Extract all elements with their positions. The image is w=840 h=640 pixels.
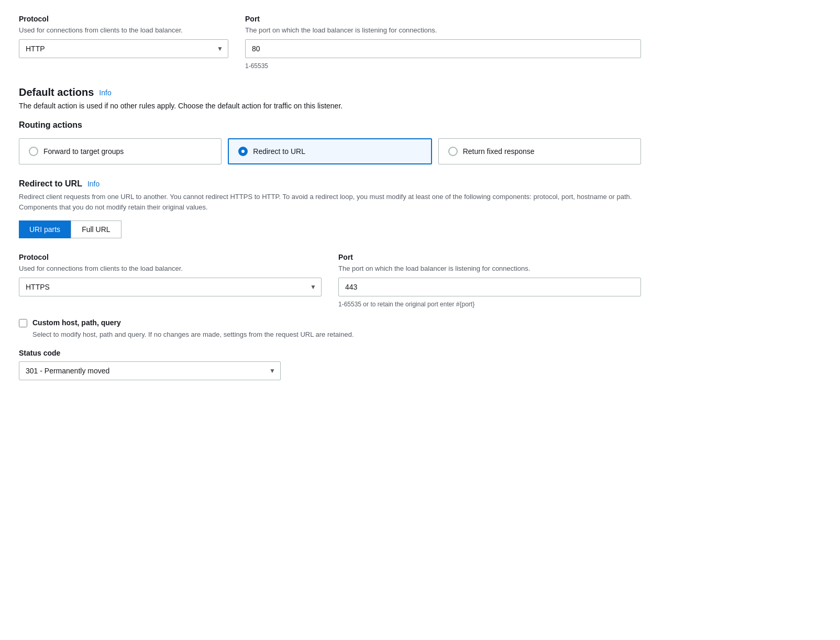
status-code-label: Status code [19, 349, 641, 357]
protocol-redirect-description: Used for connections from clients to the… [19, 264, 322, 272]
action-forward-label: Forward to target groups [43, 147, 124, 156]
action-fixed-label: Return fixed response [463, 147, 535, 156]
redirect-section-header: Redirect to URL Info [19, 179, 641, 189]
tab-uri-parts[interactable]: URI parts [19, 220, 71, 238]
action-forward[interactable]: Forward to target groups [19, 138, 222, 164]
top-protocol-port-row: Protocol Used for connections from clien… [19, 15, 641, 70]
redirect-section-desc: Redirect client requests from one URL to… [19, 192, 641, 212]
default-actions-info-link[interactable]: Info [99, 89, 111, 97]
port-top-hint: 1-65535 [245, 62, 641, 70]
default-actions-section: Default actions Info The default action … [19, 86, 641, 164]
protocol-top-select[interactable]: HTTP HTTPS [19, 39, 228, 58]
routing-actions-title: Routing actions [19, 120, 641, 130]
port-redirect-input[interactable] [338, 278, 641, 296]
protocol-redirect-label: Protocol [19, 253, 322, 261]
radio-fixed-icon [448, 147, 458, 156]
protocol-redirect-select-wrapper: HTTP HTTPS ▼ [19, 278, 322, 296]
status-code-select[interactable]: 301 - Permanently moved 302 - Found [19, 361, 281, 380]
protocol-redirect-select[interactable]: HTTP HTTPS [19, 278, 322, 296]
redirect-tab-group: URI parts Full URL [19, 220, 641, 238]
action-redirect[interactable]: Redirect to URL [228, 138, 432, 164]
port-top-input[interactable] [245, 39, 641, 58]
protocol-top-group: Protocol Used for connections from clien… [19, 15, 228, 70]
radio-forward-icon [29, 147, 38, 156]
default-actions-title: Default actions [19, 86, 94, 98]
custom-host-description: Select to modify host, path and query. I… [32, 330, 641, 338]
status-code-select-wrapper: 301 - Permanently moved 302 - Found ▼ [19, 361, 281, 380]
action-redirect-label: Redirect to URL [253, 147, 305, 156]
protocol-top-label: Protocol [19, 15, 228, 23]
protocol-redirect-group: Protocol Used for connections from clien… [19, 253, 322, 308]
port-top-group: Port The port on which the load balancer… [245, 15, 641, 70]
protocol-top-select-wrapper: HTTP HTTPS ▼ [19, 39, 228, 58]
tab-full-url[interactable]: Full URL [71, 220, 121, 238]
custom-host-row: Custom host, path, query [19, 318, 641, 327]
redirect-info-link[interactable]: Info [87, 180, 100, 188]
protocol-top-description: Used for connections from clients to the… [19, 26, 228, 34]
custom-host-group: Custom host, path, query Select to modif… [19, 318, 641, 338]
redirect-protocol-port-row: Protocol Used for connections from clien… [19, 253, 641, 308]
status-code-section: Status code 301 - Permanently moved 302 … [19, 349, 641, 380]
port-redirect-description: The port on which the load balancer is l… [338, 264, 641, 272]
redirect-section: Redirect to URL Info Redirect client req… [19, 179, 641, 238]
redirect-section-title: Redirect to URL [19, 179, 82, 189]
custom-host-checkbox[interactable] [19, 319, 27, 327]
default-actions-header: Default actions Info [19, 86, 641, 98]
port-top-description: The port on which the load balancer is l… [245, 26, 641, 34]
default-actions-description: The default action is used if no other r… [19, 102, 641, 110]
radio-redirect-icon [238, 147, 248, 156]
port-redirect-hint: 1-65535 or to retain the original port e… [338, 301, 641, 308]
custom-host-label: Custom host, path, query [32, 318, 121, 327]
port-redirect-label: Port [338, 253, 641, 261]
port-redirect-group: Port The port on which the load balancer… [338, 253, 641, 308]
port-top-label: Port [245, 15, 641, 23]
routing-actions-group: Forward to target groups Redirect to URL… [19, 138, 641, 164]
action-fixed-response[interactable]: Return fixed response [438, 138, 641, 164]
